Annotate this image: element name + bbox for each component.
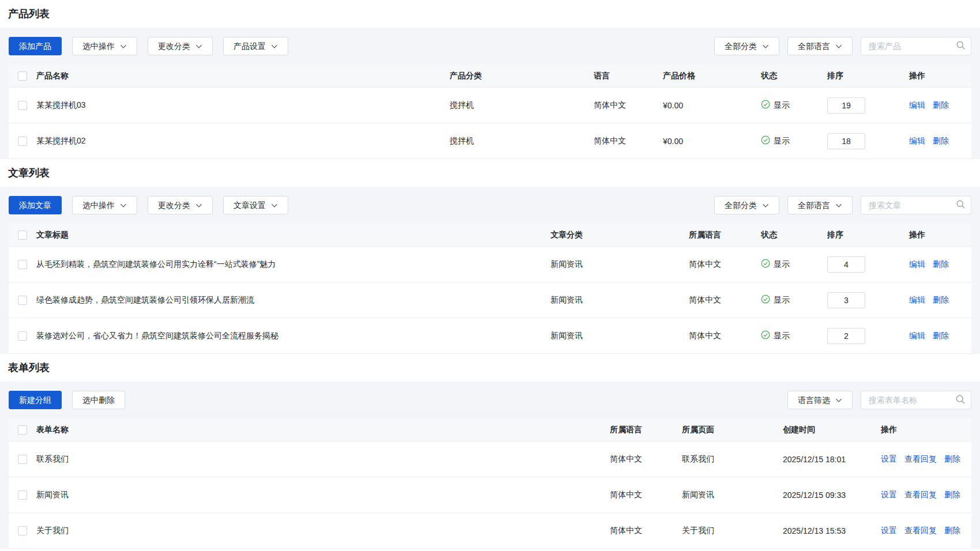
row-checkbox[interactable]: [18, 490, 27, 500]
status-label: 显示: [774, 100, 790, 111]
product-selected-action-dropdown[interactable]: 选中操作: [72, 37, 137, 55]
row-checkbox-cell: [9, 296, 36, 305]
article-language: 简体中文: [689, 259, 761, 270]
edit-link[interactable]: 编辑: [909, 259, 925, 269]
article-settings-dropdown[interactable]: 文章设置: [223, 196, 288, 214]
article-status-cell: 显示: [761, 259, 827, 270]
form-search-input[interactable]: [868, 395, 955, 405]
col-created: 创建时间: [783, 425, 881, 435]
select-all-checkbox[interactable]: [18, 71, 27, 81]
form-search-box: [861, 391, 971, 409]
delete-selected-button[interactable]: 选中删除: [72, 391, 125, 409]
article-category: 新闻资讯: [551, 331, 689, 341]
row-checkbox[interactable]: [18, 101, 27, 110]
form-language-filter-dropdown[interactable]: 语言筛选: [787, 391, 853, 409]
row-checkbox[interactable]: [18, 296, 27, 305]
row-checkbox[interactable]: [18, 137, 27, 146]
article-status-cell: 显示: [761, 295, 827, 305]
delete-link[interactable]: 删除: [933, 331, 949, 340]
article-category-filter-dropdown[interactable]: 全部分类: [714, 196, 779, 214]
sort-input[interactable]: [827, 328, 865, 344]
table-row: 绿色装修成趋势，鼎筑空间建筑装修公司引领环保人居新潮流 新闻资讯 简体中文 显示…: [9, 282, 971, 318]
search-icon[interactable]: [956, 199, 966, 211]
article-sort-cell: [827, 292, 902, 308]
product-settings-dropdown[interactable]: 产品设置: [223, 37, 288, 55]
edit-link[interactable]: 编辑: [909, 331, 925, 340]
product-status-cell: 显示: [761, 100, 827, 111]
table-row: 装修选对公司，省心又省力！鼎筑空间建筑装修公司全流程服务揭秘 新闻资讯 简体中文…: [9, 318, 971, 354]
search-icon[interactable]: [956, 40, 966, 52]
form-name: 联系我们: [36, 454, 610, 465]
chevron-down-icon: [120, 44, 127, 49]
product-price: ¥0.00: [663, 137, 761, 146]
settings-link[interactable]: 设置: [881, 526, 897, 535]
row-checkbox[interactable]: [18, 260, 27, 269]
product-category-filter-dropdown[interactable]: 全部分类: [714, 37, 779, 55]
settings-link[interactable]: 设置: [881, 454, 897, 463]
article-search-input[interactable]: [868, 200, 956, 210]
search-icon[interactable]: [955, 394, 966, 406]
row-checkbox[interactable]: [18, 455, 27, 464]
product-search-input[interactable]: [868, 41, 956, 51]
delete-link[interactable]: 删除: [933, 259, 949, 269]
article-actions-cell: 编辑删除: [902, 259, 971, 270]
check-circle-icon: [761, 295, 770, 305]
select-all-checkbox[interactable]: [18, 425, 27, 435]
article-search-box: [861, 196, 971, 214]
sort-input[interactable]: [827, 256, 865, 273]
form-page: 新闻资讯: [682, 490, 783, 500]
select-all-checkbox[interactable]: [18, 231, 27, 240]
sort-input[interactable]: [827, 97, 865, 114]
product-settings-label: 产品设置: [233, 37, 266, 55]
add-product-button[interactable]: 添加产品: [9, 37, 62, 55]
edit-link[interactable]: 编辑: [909, 136, 925, 145]
sort-input[interactable]: [827, 133, 865, 149]
delete-link[interactable]: 删除: [944, 526, 960, 535]
forms-toolbar-right: 语言筛选: [787, 391, 971, 409]
delete-link[interactable]: 删除: [944, 454, 960, 463]
form-actions-cell: 设置查看回复删除: [881, 526, 971, 536]
view-replies-link[interactable]: 查看回复: [904, 490, 937, 499]
change-category-label: 更改分类: [158, 37, 190, 55]
form-language: 简体中文: [610, 454, 682, 465]
table-row: 新闻资讯 简体中文 新闻资讯 2025/12/15 09:33 设置查看回复删除: [9, 477, 971, 513]
article-status-cell: 显示: [761, 330, 827, 341]
form-name: 关于我们: [36, 526, 610, 536]
article-selected-action-dropdown[interactable]: 选中操作: [72, 196, 137, 214]
article-change-category-dropdown[interactable]: 更改分类: [148, 196, 213, 214]
row-checkbox[interactable]: [18, 331, 27, 341]
view-replies-link[interactable]: 查看回复: [904, 526, 937, 535]
settings-link[interactable]: 设置: [881, 490, 897, 499]
article-category: 新闻资讯: [551, 295, 689, 305]
article-title: 从毛坯到精装，鼎筑空间建筑装修公司用实力诠释“一站式装修”魅力: [36, 259, 551, 270]
chevron-down-icon: [120, 203, 127, 208]
product-language-filter-dropdown[interactable]: 全部语言: [787, 37, 853, 55]
view-replies-link[interactable]: 查看回复: [904, 454, 937, 463]
delete-link[interactable]: 删除: [933, 295, 949, 304]
delete-link[interactable]: 删除: [933, 100, 949, 110]
article-language-filter-dropdown[interactable]: 全部语言: [787, 196, 853, 214]
form-page: 关于我们: [682, 526, 783, 536]
delete-link[interactable]: 删除: [944, 490, 960, 499]
row-checkbox[interactable]: [18, 526, 27, 535]
edit-link[interactable]: 编辑: [909, 100, 925, 110]
product-actions-cell: 编辑删除: [902, 100, 971, 111]
delete-link[interactable]: 删除: [933, 136, 949, 145]
new-group-button[interactable]: 新建分组: [9, 391, 62, 409]
chevron-down-icon: [835, 44, 842, 49]
sort-input[interactable]: [827, 292, 865, 308]
row-checkbox-cell: [9, 101, 36, 110]
col-page: 所属页面: [682, 425, 783, 435]
category-filter-label: 全部分类: [725, 197, 757, 214]
forms-section-title: 表单列表: [0, 354, 980, 382]
language-filter-label: 全部语言: [798, 197, 830, 214]
row-checkbox-cell: [9, 331, 36, 341]
col-status: 状态: [761, 230, 827, 240]
row-checkbox-cell: [9, 260, 36, 269]
products-toolbar: 添加产品 选中操作 更改分类 产品设置 全部分类: [9, 37, 971, 55]
add-article-button[interactable]: 添加文章: [9, 196, 62, 214]
form-created-time: 2025/12/15 18:01: [783, 455, 881, 464]
edit-link[interactable]: 编辑: [909, 295, 925, 304]
product-change-category-dropdown[interactable]: 更改分类: [148, 37, 213, 55]
table-row: 某某搅拌机03 搅拌机 简体中文 ¥0.00 显示 编辑删除: [9, 88, 971, 123]
